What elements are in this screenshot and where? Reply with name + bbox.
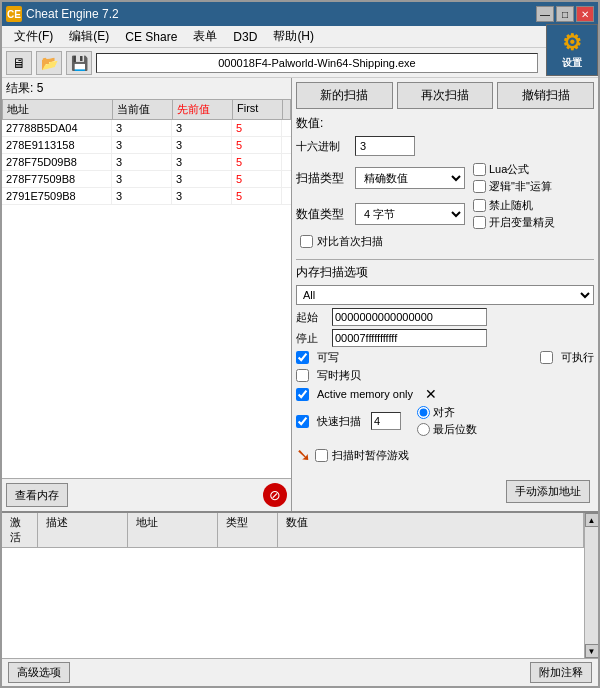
writable-label: 可写 [317,350,339,365]
view-memory-button[interactable]: 查看内存 [6,483,68,507]
logical-not-checkbox[interactable] [473,180,486,193]
first-cell: 5 [232,137,282,153]
lua-formula-option: Lua公式 [473,162,552,177]
app-icon: CE [6,6,22,22]
scan-pause-label: 扫描时暂停游戏 [332,448,409,463]
memory-region-select[interactable]: All [296,285,594,305]
next-scan-button[interactable]: 再次扫描 [397,82,494,109]
menu-help[interactable]: 帮助(H) [265,26,322,47]
first-cell: 5 [232,154,282,170]
copy-on-write-checkbox[interactable] [296,369,309,382]
stop-scan-icon[interactable]: ⊘ [263,483,287,507]
logical-not-label: 逻辑"非"运算 [489,179,552,194]
logical-not-option: 逻辑"非"运算 [473,179,552,194]
copy-on-write-label: 写时拷贝 [317,368,361,383]
memory-stop-row: 停止 [296,329,594,347]
memory-start-row: 起始 [296,308,594,326]
lua-formula-label: Lua公式 [489,162,529,177]
compare-first-row: 对比首次扫描 [296,234,594,249]
address-cell: 278F77509B8 [2,171,112,187]
lower-col-value: 数值 [278,513,584,547]
minimize-button[interactable]: — [536,6,554,22]
menu-d3d[interactable]: D3D [225,28,265,46]
value-type-label: 数值类型 [296,206,351,223]
previous-cell: 3 [172,188,232,204]
scan-pause-checkbox[interactable] [315,449,328,462]
menu-table[interactable]: 表单 [185,26,225,47]
add-comment-button[interactable]: 附加注释 [530,662,592,683]
window-title: Cheat Engine 7.2 [26,7,119,21]
table-row[interactable]: 278F75D09B8 3 3 5 [2,154,291,171]
scrollbar-up-button[interactable]: ▲ [585,513,599,527]
right-panel: 新的扫描 再次扫描 撤销扫描 数值: 十六进制 扫描类型 精确数值 [292,78,598,511]
lower-col-address: 地址 [128,513,218,547]
value-section: 数值: [296,115,594,132]
scrollbar-down-button[interactable]: ▼ [585,644,599,658]
lua-formula-checkbox[interactable] [473,163,486,176]
title-bar: CE Cheat Engine 7.2 — □ ✕ [2,2,598,26]
fast-scan-row: 快速扫描 对齐 最后位数 [296,405,594,437]
align-label: 对齐 [433,405,455,420]
hex-label: 十六进制 [296,139,351,154]
table-row[interactable]: 278E9113158 3 3 5 [2,137,291,154]
variable-wizard-label: 开启变量精灵 [489,215,555,230]
add-address-button[interactable]: 手动添加地址 [506,480,590,503]
new-scan-button[interactable]: 新的扫描 [296,82,393,109]
address-cell: 2791E7509B8 [2,188,112,204]
fast-scan-label: 快速扫描 [317,414,361,429]
results-count: 结果: 5 [2,78,291,99]
previous-cell: 3 [172,137,232,153]
menu-edit[interactable]: 编辑(E) [61,26,117,47]
undo-scan-button[interactable]: 撤销扫描 [497,82,594,109]
settings-label: 设置 [562,56,582,70]
main-content: 结果: 5 地址 当前值 先前值 First 27788B5DA04 3 3 5… [2,78,598,511]
previous-cell: 3 [172,120,232,136]
lower-scrollbar: ▲ ▼ [584,513,598,658]
table-row[interactable]: 278F77509B8 3 3 5 [2,171,291,188]
advanced-options-button[interactable]: 高级选项 [8,662,70,683]
title-bar-left: CE Cheat Engine 7.2 [6,6,119,22]
monitor-icon[interactable]: 🖥 [6,51,32,75]
table-row[interactable]: 27788B5DA04 3 3 5 [2,120,291,137]
bottom-action-row: 手动添加地址 [296,476,594,507]
executable-checkbox[interactable] [540,351,553,364]
scan-buttons: 新的扫描 再次扫描 撤销扫描 [296,82,594,109]
open-icon[interactable]: 📂 [36,51,62,75]
disable-random-checkbox[interactable] [473,199,486,212]
variable-wizard-checkbox[interactable] [473,216,486,229]
stop-input[interactable] [332,329,487,347]
align-radio[interactable] [417,406,430,419]
table-row[interactable]: 2791E7509B8 3 3 5 [2,188,291,205]
disable-random-option: 禁止随机 [473,198,555,213]
scan-type-row: 扫描类型 精确数值 Lua公式 逻辑"非"运算 [296,162,594,194]
process-input[interactable] [96,53,538,73]
fast-scan-value-input[interactable] [371,412,401,430]
close-button[interactable]: ✕ [576,6,594,22]
memory-options-title: 内存扫描选项 [296,264,594,281]
current-cell: 3 [112,171,172,187]
current-cell: 3 [112,120,172,136]
variable-wizard-option: 开启变量精灵 [473,215,555,230]
lower-content: 激活 描述 地址 类型 数值 ▲ ▼ [2,513,598,658]
maximize-button[interactable]: □ [556,6,574,22]
writable-checkbox[interactable] [296,351,309,364]
save-icon[interactable]: 💾 [66,51,92,75]
address-cell: 278E9113158 [2,137,112,153]
settings-button[interactable]: ⚙ 设置 [546,24,598,76]
value-input[interactable] [355,136,415,156]
value-type-select[interactable]: 4 字节 [355,203,465,225]
menu-file[interactable]: 文件(F) [6,26,61,47]
active-memory-checkbox[interactable] [296,388,309,401]
active-memory-close-icon[interactable]: ✕ [425,386,437,402]
compare-first-label: 对比首次扫描 [317,234,383,249]
scan-type-select[interactable]: 精确数值 [355,167,465,189]
menu-ce-share[interactable]: CE Share [117,28,185,46]
lower-section: 激活 描述 地址 类型 数值 ▲ ▼ 高级选项 附加注释 [2,511,598,686]
lower-table-header: 激活 描述 地址 类型 数值 [2,513,584,548]
lower-col-active: 激活 [2,513,38,547]
lower-table-body [2,548,584,658]
fast-scan-checkbox[interactable] [296,415,309,428]
compare-first-checkbox[interactable] [300,235,313,248]
start-input[interactable] [332,308,487,326]
last-digit-radio[interactable] [417,423,430,436]
